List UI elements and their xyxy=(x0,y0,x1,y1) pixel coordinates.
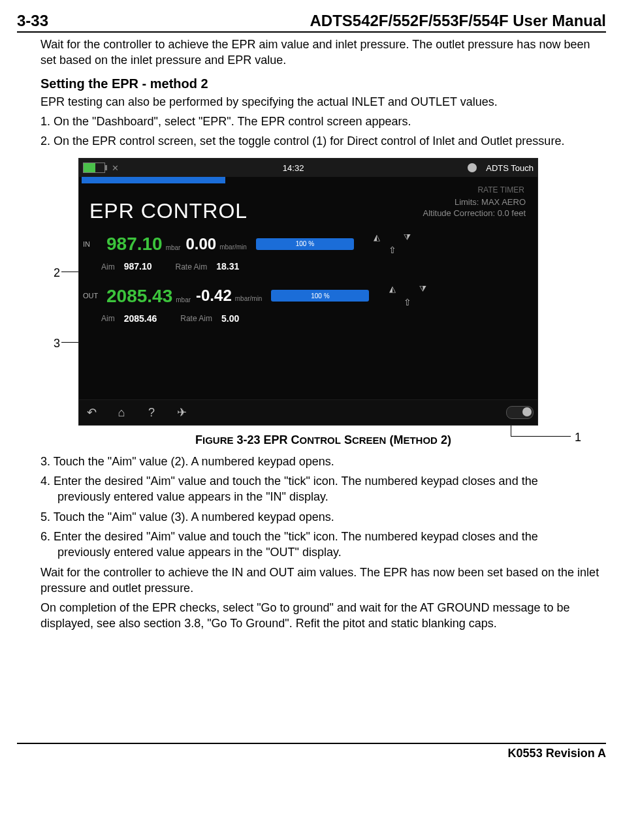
callout-3: 3 xyxy=(54,335,60,351)
manual-title: ADTS542F/552F/553F/554F User Manual xyxy=(310,12,606,30)
step-2: 2. On the EPR control screen, set the to… xyxy=(40,133,606,149)
help-icon[interactable]: ? xyxy=(143,404,160,421)
out-aim-value[interactable]: 2085.46 xyxy=(124,313,157,325)
step-4b: previously entered value appears in the … xyxy=(40,489,606,505)
out-rateaim-label: Rate Aim xyxy=(180,313,212,324)
back-icon[interactable]: ↶ xyxy=(83,404,100,421)
epr-control-screenshot: ✕ 14:32 ADTS Touch RATE TIMER EPR CONTRO… xyxy=(78,158,538,426)
out-unit: mbar xyxy=(176,296,191,303)
limits-line1: Limits: MAX AERO xyxy=(423,197,526,208)
ge-logo-icon xyxy=(468,163,477,172)
in-value[interactable]: 987.10 xyxy=(106,234,163,254)
in-row: IN 987.10 mbar 0.00 mbar/min 100 % ◭⧩ ⇧ xyxy=(83,232,534,257)
bottom-toolbar: ↶ ⌂ ? ✈ xyxy=(79,399,537,425)
step-5: 5. Touch the "Aim" value (3). A numbered… xyxy=(40,509,606,525)
in-rateaim-label: Rate Aim xyxy=(176,262,208,272)
home-icon[interactable]: ⌂ xyxy=(113,404,130,421)
rate-timer-label[interactable]: RATE TIMER xyxy=(477,185,532,195)
in-aim-value[interactable]: 987.10 xyxy=(124,260,152,273)
page-number: 3-33 xyxy=(17,12,48,30)
battery-icon xyxy=(83,163,105,173)
wait-paragraph: Wait for the controller to achieve the I… xyxy=(40,565,606,597)
out-value[interactable]: 2085.43 xyxy=(106,286,172,306)
out-label: OUT xyxy=(83,291,101,301)
out-progress-bar: 100 % xyxy=(271,290,369,302)
progress-stripe xyxy=(82,177,225,183)
completion-paragraph: On completion of the EPR checks, select … xyxy=(40,600,606,632)
out-rate[interactable]: -0.42 xyxy=(196,287,232,304)
step-4a: 4. Enter the desired "Aim" value and tou… xyxy=(40,473,606,489)
callout-2: 2 xyxy=(54,265,60,281)
out-aim-label: Aim xyxy=(101,313,115,324)
in-aim-row: Aim 987.10 Rate Aim 18.31 xyxy=(83,257,534,283)
titlebar: ✕ 14:32 ADTS Touch xyxy=(79,159,537,177)
in-rateaim-value[interactable]: 18.31 xyxy=(216,260,239,273)
figure-caption: FIGURE 3-23 EPR CONTROL SCREEN (METHOD 2… xyxy=(40,432,606,448)
in-up-arrow-icon: ⇧ xyxy=(389,244,396,257)
callout-1: 1 xyxy=(575,429,581,445)
in-rate[interactable]: 0.00 xyxy=(185,235,216,253)
clock: 14:32 xyxy=(283,163,304,174)
out-rateaim-value[interactable]: 5.00 xyxy=(221,313,239,325)
out-rate-unit: mbar/min xyxy=(235,295,263,302)
out-up-arrow-icon: ⇧ xyxy=(404,296,411,309)
step-6b: previously entered value appears in the … xyxy=(40,544,606,560)
out-aim-row: Aim 2085.46 Rate Aim 5.00 xyxy=(83,309,534,335)
limits-line2: Altitude Correction: 0.0 feet xyxy=(423,208,526,219)
in-label: IN xyxy=(83,240,101,249)
step-3: 3. Touch the "Aim" value (2). A numbered… xyxy=(40,454,606,469)
brand-label: ADTS Touch xyxy=(486,163,534,174)
intro-paragraph: Wait for the controller to achieve the E… xyxy=(40,37,606,69)
header-rule xyxy=(17,31,606,33)
figure-container: 2 3 1 ✕ 14:32 ADTS Touch xyxy=(40,158,606,426)
step-6a: 6. Enter the desired "Aim" value and tou… xyxy=(40,529,606,544)
section-heading: Setting the EPR - method 2 xyxy=(40,75,606,93)
out-tri-right-icon: ⧩ xyxy=(419,283,426,295)
footer-revision: K0553 Revision A xyxy=(17,747,606,760)
in-progress-bar: 100 % xyxy=(256,238,354,250)
in-tri-left-icon: ◭ xyxy=(374,232,380,243)
direct-control-toggle[interactable] xyxy=(506,406,534,419)
plane-icon[interactable]: ✈ xyxy=(173,404,190,421)
in-aim-label: Aim xyxy=(101,262,115,272)
step-1: 1. On the "Dashboard", select "EPR". The… xyxy=(40,114,606,129)
in-unit: mbar xyxy=(166,244,181,251)
footer-rule xyxy=(17,743,606,744)
screen-title: EPR CONTROL xyxy=(84,197,253,229)
out-tri-left-icon: ◭ xyxy=(389,283,396,295)
section-subtext: EPR testing can also be performed by spe… xyxy=(40,94,606,110)
callout-1-line-h xyxy=(511,436,571,437)
in-rate-unit: mbar/min xyxy=(219,243,247,251)
out-row: OUT 2085.43 mbar -0.42 mbar/min 100 % ◭⧩ xyxy=(83,283,534,308)
in-tri-right-icon: ⧩ xyxy=(404,232,411,243)
